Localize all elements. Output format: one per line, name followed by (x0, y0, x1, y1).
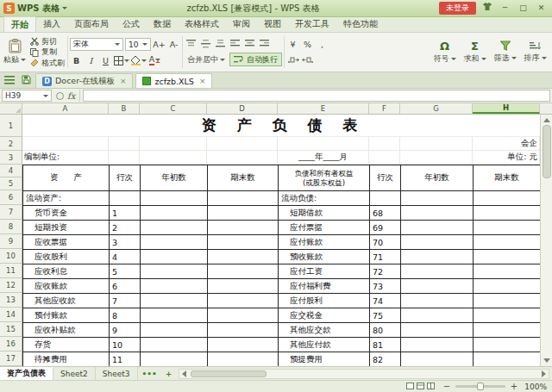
cell[interactable]: 短期借款 (279, 206, 370, 221)
row-header-15[interactable]: 15 (0, 322, 22, 337)
cell[interactable] (401, 221, 474, 235)
cell[interactable] (208, 250, 279, 264)
bold-button[interactable]: B (70, 54, 83, 66)
login-button[interactable]: 未登录 (439, 2, 476, 15)
symbol-button[interactable]: Ω 符号 (430, 40, 460, 65)
align-center-button[interactable] (243, 38, 256, 50)
select-all-corner[interactable] (0, 103, 22, 114)
cell[interactable] (141, 323, 208, 338)
cell[interactable]: 8 (110, 308, 141, 323)
row-header-8[interactable]: 8 (0, 220, 22, 234)
menu-tab-插入[interactable]: 插入 (36, 16, 67, 32)
doc-tab-zcfzb[interactable]: zcfzb.XLS × (135, 73, 212, 88)
cell-doc-code[interactable]: 会企 (473, 137, 540, 151)
font-color-button[interactable]: A (148, 54, 161, 66)
menu-tab-页面布局[interactable]: 页面布局 (67, 16, 116, 32)
row-header-2[interactable]: 2 (0, 137, 22, 151)
cell[interactable]: 70 (370, 235, 401, 250)
cell[interactable]: 应收利息 (23, 264, 110, 279)
menu-tab-开发工具[interactable]: 开发工具 (288, 16, 336, 32)
scroll-right-icon[interactable] (542, 370, 546, 377)
borders-button[interactable] (114, 54, 129, 66)
cell[interactable] (208, 352, 279, 366)
cell[interactable] (401, 206, 474, 221)
increase-font-button[interactable]: A+ (153, 39, 166, 51)
menu-button[interactable] (3, 73, 16, 86)
cell[interactable] (22, 137, 109, 151)
cell[interactable] (401, 308, 474, 323)
scroll-up-icon[interactable] (543, 118, 550, 122)
cell[interactable] (141, 250, 208, 264)
close-tab-icon[interactable]: × (118, 77, 127, 85)
column-header-A[interactable]: A (22, 103, 109, 114)
column-header-C[interactable]: C (140, 103, 207, 114)
format-painter-button[interactable]: 格式刷 (30, 58, 65, 68)
filter-button[interactable]: 筛选 (490, 40, 520, 64)
cell[interactable]: 应付账款 (279, 235, 370, 250)
cell[interactable] (141, 352, 208, 366)
vertical-scrollbar[interactable] (540, 115, 552, 366)
sheet-tab-资产负债表[interactable]: 资产负债表 (0, 367, 53, 380)
hscroll-thumb[interactable] (191, 370, 267, 377)
percent-format-button[interactable]: % (301, 38, 314, 50)
menu-tab-公式[interactable]: 公式 (116, 16, 147, 32)
cell[interactable]: 货币资金 (23, 206, 110, 221)
cell[interactable] (141, 206, 208, 221)
cell[interactable] (141, 264, 208, 279)
cell[interactable] (401, 191, 474, 206)
cell[interactable]: 应收股利 (23, 250, 110, 264)
cell[interactable]: 74 (370, 294, 401, 308)
save-button[interactable] (19, 73, 33, 86)
menu-tab-数据[interactable]: 数据 (147, 16, 178, 32)
page-view-icon[interactable] (417, 382, 424, 391)
header-end[interactable]: 期末数 (474, 165, 540, 191)
underline-button[interactable]: U (99, 54, 112, 66)
maximize-button[interactable]: □ (516, 2, 530, 15)
column-header-F[interactable]: F (369, 103, 400, 114)
cell[interactable] (369, 137, 400, 151)
cell[interactable]: 其他应收款 (23, 294, 110, 308)
cell[interactable]: 其他应付款 (279, 338, 370, 352)
column-header-D[interactable]: D (207, 103, 278, 114)
cell[interactable]: 69 (370, 221, 401, 235)
row-header-5[interactable]: 5 (0, 177, 22, 190)
cell[interactable] (400, 137, 473, 151)
row-header-16[interactable]: 16 (0, 337, 22, 352)
skin-button[interactable] (480, 2, 494, 15)
row-header-6[interactable]: 6 (0, 190, 22, 205)
cell[interactable] (141, 338, 208, 352)
column-header-G[interactable]: G (400, 103, 473, 114)
align-right-button[interactable] (258, 38, 271, 50)
horizontal-scrollbar[interactable] (179, 369, 549, 379)
cell[interactable]: 71 (370, 250, 401, 264)
cell[interactable] (141, 221, 208, 235)
cell[interactable] (401, 352, 474, 366)
sort-button[interactable]: 排序 (520, 40, 550, 64)
app-menu-button[interactable]: S WPS 表格 (3, 3, 67, 15)
cell[interactable]: 预收账款 (279, 250, 370, 264)
cell[interactable] (208, 323, 279, 338)
cell[interactable] (474, 191, 540, 206)
row-header-7[interactable]: 7 (0, 205, 22, 220)
cell[interactable]: 73 (370, 279, 401, 294)
cell[interactable] (208, 235, 279, 250)
menu-tab-表格样式[interactable]: 表格样式 (178, 16, 226, 32)
cell[interactable]: 11 (110, 352, 141, 366)
header-begin[interactable]: 年初数 (141, 165, 208, 191)
cell[interactable]: 72 (370, 264, 401, 279)
cell[interactable]: 流动资产: (23, 191, 110, 206)
cell-unit[interactable]: 单位: 元 (473, 151, 540, 165)
cell[interactable] (401, 323, 474, 338)
cell[interactable] (401, 250, 474, 264)
wrap-text-button[interactable]: 自动换行 (229, 53, 282, 66)
decrease-font-button[interactable]: A- (167, 39, 180, 51)
decrease-decimal-button[interactable] (301, 54, 314, 66)
cell[interactable]: 2 (110, 221, 141, 235)
cell[interactable] (208, 294, 279, 308)
cell[interactable] (278, 137, 369, 151)
cell[interactable] (208, 338, 279, 352)
header-line-no[interactable]: 行次 (110, 165, 141, 191)
cell[interactable] (401, 264, 474, 279)
cell[interactable]: 应付工资 (279, 264, 370, 279)
font-size-select[interactable]: 10 (125, 38, 151, 51)
